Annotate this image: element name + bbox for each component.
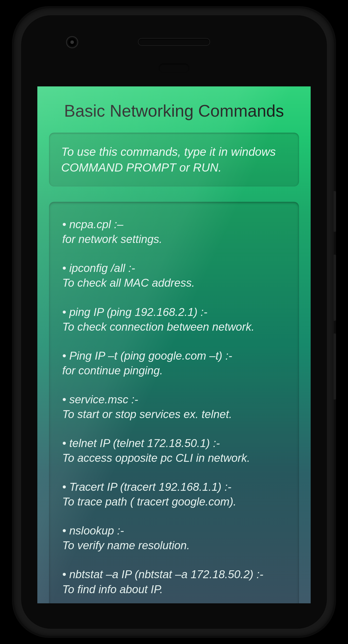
list-item: • ncpa.cpl :– for network settings. <box>62 217 286 247</box>
list-item: • ping IP (ping 192.168.2.1) :- To check… <box>62 305 286 334</box>
list-item: • service.msc :- To start or stop servic… <box>62 392 286 422</box>
volume-up-button[interactable] <box>334 255 336 321</box>
command-description: To find info about IP. <box>62 583 163 595</box>
command-label: • telnet IP (telnet 172.18.50.1) :- <box>62 437 220 449</box>
app-screen[interactable]: Basic Networking Commands To use this co… <box>37 86 311 603</box>
command-label: • service.msc :- <box>62 393 138 406</box>
list-item: • ipconfig /all :- To check all MAC addr… <box>62 261 286 290</box>
list-item: • nslookup :- To verify name resolution. <box>62 523 286 553</box>
intro-text: To use this commands, type it in windows… <box>61 144 287 175</box>
sensor-pill-icon <box>159 64 189 73</box>
command-description: To start or stop services ex. telnet. <box>62 408 232 420</box>
list-item: • Tracert IP (tracert 192.168.1.1) :- To… <box>62 480 286 509</box>
power-button[interactable] <box>334 191 336 232</box>
command-description: To check connection between network. <box>62 320 255 333</box>
command-description: To verify name resolution. <box>62 539 190 551</box>
page-title: Basic Networking Commands <box>37 86 311 133</box>
list-item: • telnet IP (telnet 172.18.50.1) :- To a… <box>62 436 286 465</box>
command-label: • ping IP (ping 192.168.2.1) :- <box>62 306 207 318</box>
list-item: • Ping IP –t (ping google.com –t) :- for… <box>62 348 286 378</box>
phone-bezel: Basic Networking Commands To use this co… <box>21 15 327 629</box>
list-item: • nbtstat –a IP (nbtstat –a 172.18.50.2)… <box>62 567 286 596</box>
command-label: • Tracert IP (tracert 192.168.1.1) :- <box>62 481 231 493</box>
command-description: To trace path ( tracert google.com). <box>62 495 236 508</box>
commands-card[interactable]: • ncpa.cpl :– for network settings. • ip… <box>49 202 299 603</box>
command-description: To access opposite pc CLI in network. <box>62 452 250 464</box>
command-description: To check all MAC address. <box>62 277 195 289</box>
command-label: • ncpa.cpl :– <box>62 218 123 231</box>
speaker-grille-icon <box>138 39 210 45</box>
command-label: • nslookup :- <box>62 524 124 537</box>
phone-frame: Basic Networking Commands To use this co… <box>14 8 334 636</box>
intro-card: To use this commands, type it in windows… <box>49 133 299 187</box>
command-description: for continue pinging. <box>62 364 163 377</box>
command-label: • nbtstat –a IP (nbtstat –a 172.18.50.2)… <box>62 568 263 580</box>
command-label: • Ping IP –t (ping google.com –t) :- <box>62 349 232 362</box>
front-camera-icon <box>67 37 77 48</box>
command-label: • ipconfig /all :- <box>62 262 135 274</box>
volume-down-button[interactable] <box>334 333 336 400</box>
command-description: for network settings. <box>62 233 162 245</box>
